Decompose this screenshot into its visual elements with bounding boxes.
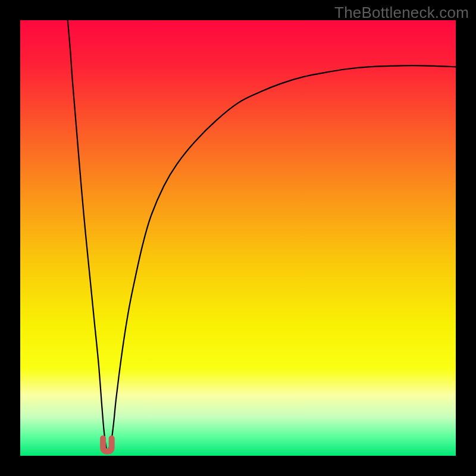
chart-frame: TheBottleneck.com <box>0 0 476 476</box>
watermark-text: TheBottleneck.com <box>334 4 469 22</box>
plot-area <box>20 20 456 456</box>
bottleneck-chart <box>20 20 456 456</box>
